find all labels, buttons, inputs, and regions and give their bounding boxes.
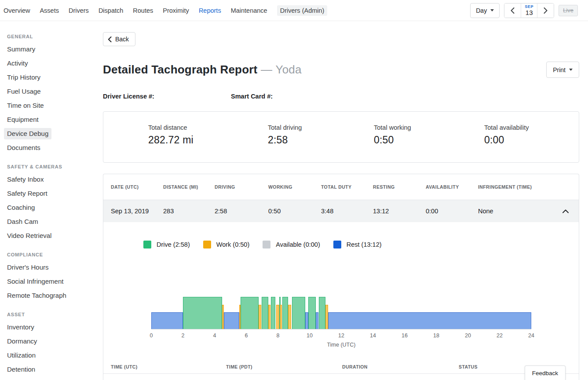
sidebar-item-summary[interactable]: Summary: [0, 42, 103, 56]
col-distance: DISTANCE (MI): [163, 184, 215, 190]
nav-item-routes[interactable]: Routes: [133, 7, 153, 14]
current-date-button[interactable]: SEP 13: [521, 4, 537, 18]
tacho-chart: 024681012141618202224 Time (UTC): [151, 280, 531, 348]
chevron-up-icon: [562, 209, 569, 213]
sidebar-section-general: GENERAL Summary Activity Trip History Fu…: [0, 34, 103, 155]
nav-items: Overview Assets Drivers Dispatch Routes …: [4, 5, 327, 16]
stat-total-distance: Total distance 282.72 mi: [148, 124, 194, 146]
feedback-label: Feedback: [532, 370, 558, 376]
chevron-right-icon: [544, 7, 548, 14]
x-axis-label: Time (UTC): [151, 342, 531, 348]
cell-driving: 2:58: [215, 208, 268, 215]
nav-item-maintenance[interactable]: Maintenance: [231, 7, 267, 14]
app-window: Overview Assets Drivers Dispatch Routes …: [0, 0, 588, 380]
nav-item-proximity[interactable]: Proximity: [163, 7, 189, 14]
x-tick-0: 0: [150, 332, 153, 339]
sidebar-section-compliance: COMPLIANCE Driver's Hours Social Infring…: [0, 252, 103, 303]
sidebar-section-title: COMPLIANCE: [0, 252, 103, 257]
sidebar-item-social-infringement[interactable]: Social Infringement: [0, 274, 103, 289]
x-tick-16: 16: [402, 332, 408, 339]
prev-day-button[interactable]: [504, 4, 521, 18]
chart-legend: Drive (2:58) Work (0:50) Available (0:00…: [143, 241, 579, 248]
sidebar-item-dash-cam[interactable]: Dash Cam: [0, 215, 103, 229]
sidebar-item-fuel-usage[interactable]: Fuel Usage: [0, 84, 103, 99]
back-button[interactable]: Back: [103, 32, 135, 46]
cell-date: Sep 13, 2019: [111, 208, 163, 215]
sidebar-section-title: ASSET: [0, 312, 103, 317]
feedback-button[interactable]: Feedback: [525, 365, 566, 380]
sidebar-item-drivers-hours[interactable]: Driver's Hours: [0, 260, 103, 274]
print-dropdown-button[interactable]: Print: [546, 62, 579, 78]
day-table-row[interactable]: Sep 13, 2019 283 2:58 0:50 3:48 13:12 0:…: [103, 200, 579, 222]
sidebar-item-detention[interactable]: Detention: [0, 362, 103, 376]
col-total-duty: TOTAL DUTY: [321, 184, 373, 190]
sidebar-item-remote-tachograph[interactable]: Remote Tachograph: [0, 289, 103, 303]
date-range-label: Day: [476, 7, 487, 14]
next-day-button[interactable]: [537, 4, 554, 18]
sidebar-item-video-retrieval[interactable]: Video Retrieval: [0, 229, 103, 243]
rest-swatch-icon: [333, 241, 341, 248]
date-month: SEP: [525, 5, 533, 9]
nav-item-overview[interactable]: Overview: [4, 7, 30, 14]
sidebar-item-coaching[interactable]: Coaching: [0, 201, 103, 215]
cell-total-duty: 3:48: [321, 208, 373, 215]
cell-infringement: None: [478, 208, 552, 215]
sidebar-item-utilization[interactable]: Utilization: [0, 348, 103, 362]
nav-item-dispatch[interactable]: Dispatch: [99, 7, 123, 14]
cell-working: 0:50: [268, 208, 321, 215]
x-tick-20: 20: [465, 332, 471, 339]
tacho-plot: [151, 280, 531, 329]
work-swatch-icon: [203, 241, 211, 248]
x-tick-14: 14: [370, 332, 376, 339]
collapse-row-button[interactable]: [562, 209, 579, 213]
x-tick-6: 6: [245, 332, 248, 339]
tachograph-card: DATE (UTC) DISTANCE (MI) DRIVING WORKING…: [103, 174, 579, 380]
tacho-segment-rest: [224, 312, 240, 329]
tacho-segment-drive: [241, 297, 259, 329]
nav-item-drivers-admin[interactable]: Drivers (Admin): [277, 5, 328, 16]
driver-license-label: Driver License #:: [103, 93, 231, 100]
sidebar-section-asset: ASSET Inventory Dormancy Utilization Det…: [0, 312, 103, 376]
nav-item-assets[interactable]: Assets: [40, 7, 59, 14]
col-time-utc: TIME (UTC): [111, 364, 226, 369]
date-range-dropdown[interactable]: Day: [470, 3, 500, 18]
sidebar-item-trip-history[interactable]: Trip History: [0, 70, 103, 84]
col-availability: AVAILABILITY: [426, 184, 478, 190]
tacho-segment-drive: [319, 297, 326, 329]
nav-item-drivers[interactable]: Drivers: [69, 7, 89, 14]
sidebar-item-equipment[interactable]: Equipment: [0, 113, 103, 127]
tacho-segment-drive: [183, 297, 222, 329]
tacho-segment-rest: [328, 312, 531, 329]
col-date-utc: DATE (UTC): [111, 184, 163, 190]
x-tick-18: 18: [433, 332, 439, 339]
sidebar-item-safety-inbox[interactable]: Safety Inbox: [0, 172, 103, 186]
tacho-segment-rest: [151, 312, 183, 329]
tacho-segment-rest: [316, 312, 318, 329]
title-row: Detailed Tachograph Report — Yoda Print: [103, 62, 579, 78]
legend-item-work: Work (0:50): [203, 241, 249, 248]
sidebar-item-time-on-site[interactable]: Time on Site: [0, 99, 103, 113]
cell-availability: 0:00: [426, 208, 478, 215]
tacho-segment-drive: [271, 297, 275, 329]
legend-item-available: Available (0:00): [263, 241, 320, 248]
legend-item-drive: Drive (2:58): [143, 241, 190, 248]
tacho-segment-work: [280, 305, 282, 329]
col-resting: RESTING: [373, 184, 426, 190]
live-button[interactable]: Live: [559, 5, 578, 16]
tacho-segment-drive: [262, 297, 268, 329]
detail-table-row[interactable]: 12:00 AM – 2:03 AM 5:00 PM – 7:03 PM 2:0…: [103, 374, 579, 380]
sidebar-item-device-debug[interactable]: Device Debug: [0, 127, 103, 141]
sidebar: GENERAL Summary Activity Trip History Fu…: [0, 21, 103, 380]
sidebar-item-documents[interactable]: Documents: [0, 141, 103, 155]
sidebar-item-activity[interactable]: Activity: [0, 56, 103, 70]
x-tick-8: 8: [277, 332, 280, 339]
sidebar-item-safety-report[interactable]: Safety Report: [0, 186, 103, 201]
detail-table-header: TIME (UTC) TIME (PDT) DURATION STATUS: [103, 358, 579, 374]
page-title: Detailed Tachograph Report — Yoda: [103, 63, 302, 77]
legend-label: Rest (13:12): [347, 241, 382, 248]
x-tick-10: 10: [307, 332, 313, 339]
sidebar-item-dormancy[interactable]: Dormancy: [0, 334, 103, 348]
sidebar-item-inventory[interactable]: Inventory: [0, 320, 103, 334]
nav-item-reports[interactable]: Reports: [199, 7, 221, 14]
legend-item-rest: Rest (13:12): [333, 241, 382, 248]
